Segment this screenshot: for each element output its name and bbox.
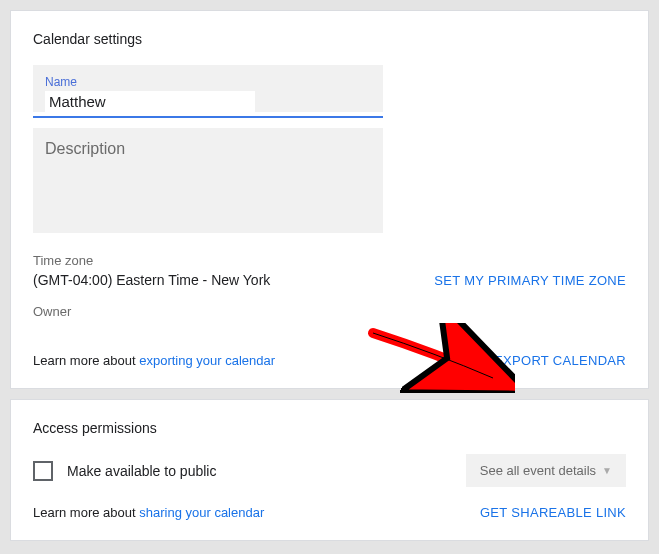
name-input[interactable] (45, 91, 255, 112)
permissions-title: Access permissions (33, 420, 626, 436)
learn-share-text: Learn more about sharing your calendar (33, 505, 264, 520)
access-permissions-card: Access permissions Make available to pub… (10, 399, 649, 541)
event-details-dropdown[interactable]: See all event details ▼ (466, 454, 626, 487)
settings-title: Calendar settings (33, 31, 626, 47)
export-calendar-button[interactable]: EXPORT CALENDAR (494, 353, 626, 368)
name-underline (33, 116, 383, 118)
exporting-calendar-link[interactable]: exporting your calendar (139, 353, 275, 368)
description-placeholder: Description (45, 140, 125, 157)
set-primary-timezone-button[interactable]: SET MY PRIMARY TIME ZONE (434, 273, 626, 288)
chevron-down-icon: ▼ (602, 465, 612, 476)
calendar-settings-card: Calendar settings Name Description Time … (10, 10, 649, 389)
get-shareable-link-button[interactable]: GET SHAREABLE LINK (480, 505, 626, 520)
timezone-section: Time zone (GMT-04:00) Eastern Time - New… (33, 253, 270, 288)
owner-label: Owner (33, 304, 626, 319)
public-checkbox-row: Make available to public (33, 461, 216, 481)
public-checkbox-label: Make available to public (67, 463, 216, 479)
public-checkbox[interactable] (33, 461, 53, 481)
timezone-label: Time zone (33, 253, 270, 268)
name-label: Name (45, 75, 371, 89)
description-input[interactable]: Description (33, 128, 383, 233)
learn-export-text: Learn more about exporting your calendar (33, 353, 275, 368)
timezone-value: (GMT-04:00) Eastern Time - New York (33, 272, 270, 288)
sharing-calendar-link[interactable]: sharing your calendar (139, 505, 264, 520)
name-field-container: Name (33, 65, 383, 112)
